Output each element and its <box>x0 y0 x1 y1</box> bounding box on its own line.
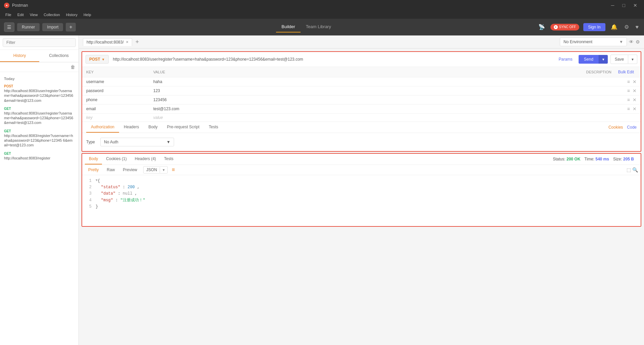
row-delete-button[interactable]: ✕ <box>633 88 637 93</box>
time-value: 540 ms <box>595 157 609 161</box>
titlebar-left: ● Postman <box>4 3 28 8</box>
placeholder-value: value <box>153 115 637 120</box>
add-tab-button[interactable]: + <box>133 39 141 46</box>
sidebar-tab-history[interactable]: History <box>0 50 39 62</box>
tab-headers[interactable]: Headers <box>119 122 144 133</box>
save-button[interactable]: Save <box>610 55 628 64</box>
close-button[interactable]: ✕ <box>631 2 640 9</box>
code-link[interactable]: Code <box>627 125 637 130</box>
search-response-button[interactable]: 🔍 <box>632 167 638 172</box>
trash-button[interactable]: 🗑 <box>70 64 76 70</box>
wrap-button[interactable]: ≡ <box>170 166 176 174</box>
response-actions: ⬚ 🔍 <box>627 167 638 172</box>
format-preview-button[interactable]: Preview <box>119 166 141 174</box>
list-item[interactable]: GET http://localhost:8083/register <box>0 149 78 162</box>
app-title: Postman <box>12 3 28 8</box>
code-indent: "msg" : "注册成功！" <box>101 197 145 204</box>
resp-tab-cookies[interactable]: Cookies (1) <box>102 154 130 164</box>
resp-tab-tests[interactable]: Tests <box>160 154 177 164</box>
active-tab[interactable]: http://localhost:8083/ ✕ <box>83 38 132 46</box>
param-row: email test@123.com ≡ ✕ <box>82 105 641 114</box>
save-dropdown-button[interactable]: ▼ <box>628 55 637 64</box>
minimize-button[interactable]: ─ <box>608 2 617 9</box>
request-url-row: POST ▼ Params Send ▼ Save ▼ <box>82 52 641 67</box>
sidebar-toggle-button[interactable]: ☰ <box>4 22 14 32</box>
history-url: http://localhost:8083/register <box>4 156 74 160</box>
settings-button[interactable]: ⚙ <box>623 22 630 31</box>
param-key: email <box>86 107 153 111</box>
maximize-button[interactable]: □ <box>620 2 628 9</box>
row-menu-button[interactable]: ≡ <box>627 79 630 84</box>
resp-tab-headers[interactable]: Headers (4) <box>131 154 160 164</box>
heart-button[interactable]: ♥ <box>634 23 640 31</box>
code-line-1: 1 ▼ { <box>86 178 637 184</box>
sidebar-tabs: History Collections <box>0 50 78 62</box>
method-selector[interactable]: POST ▼ <box>86 55 109 64</box>
menu-history[interactable]: History <box>63 12 80 17</box>
menu-view[interactable]: View <box>27 12 41 17</box>
resp-tab-body[interactable]: Body <box>85 154 102 164</box>
send-button-group: Send ▼ <box>579 55 608 64</box>
send-dropdown-button[interactable]: ▼ <box>599 55 608 64</box>
new-tab-button[interactable]: + <box>66 23 75 31</box>
auth-type-select[interactable]: No Auth ▼ <box>100 138 174 146</box>
row-menu-button[interactable]: ≡ <box>627 88 630 93</box>
wifi-icon-button[interactable]: 📡 <box>537 22 546 31</box>
sidebar: History Collections 🗑 Today POST http://… <box>0 36 79 345</box>
method-dropdown-icon: ▼ <box>102 58 105 61</box>
eye-icon-button[interactable]: 👁 <box>629 39 634 45</box>
row-menu-button[interactable]: ≡ <box>627 97 630 102</box>
param-value: haha <box>153 79 627 84</box>
team-library-tab[interactable]: Team Library <box>301 21 336 32</box>
menu-collection[interactable]: Collection <box>41 12 62 17</box>
builder-tab[interactable]: Builder <box>276 21 300 32</box>
cookies-link[interactable]: Cookies <box>608 125 623 130</box>
runner-button[interactable]: Runner <box>17 23 40 31</box>
environment-dropdown[interactable]: No Environment ▼ <box>560 38 627 46</box>
close-tab-button[interactable]: ✕ <box>126 40 128 44</box>
response-subheader: Pretty Raw Preview JSON ▼ ≡ ⬚ 🔍 <box>82 165 641 175</box>
send-button[interactable]: Send <box>579 55 599 64</box>
list-item[interactable]: GET http://localhost:8083/register?usern… <box>0 127 78 149</box>
env-label: No Environment <box>564 40 592 44</box>
list-item[interactable]: POST http://localhost:8083/user/register… <box>0 82 78 105</box>
bulk-edit-button[interactable]: Bulk Edit <box>615 68 637 76</box>
import-button[interactable]: Import <box>42 23 63 31</box>
list-item[interactable]: GET http://localhost:8083/user/register?… <box>0 105 78 127</box>
menu-edit[interactable]: Edit <box>15 12 26 17</box>
json-format-select[interactable]: JSON ▼ <box>143 166 168 174</box>
url-bar: http://localhost:8083/ ✕ + No Environmen… <box>79 36 644 49</box>
notification-button[interactable]: 🔔 <box>609 22 619 31</box>
param-placeholder-row: key value <box>82 114 641 122</box>
auth-type-label: Type <box>86 140 95 144</box>
sync-button[interactable]: ● SYNC OFF <box>550 24 580 30</box>
row-delete-button[interactable]: ✕ <box>633 97 637 102</box>
row-delete-button[interactable]: ✕ <box>633 106 637 112</box>
param-row: username haha ≡ ✕ <box>82 77 641 86</box>
tab-body[interactable]: Body <box>144 122 162 133</box>
json-value: 200 <box>127 185 135 190</box>
row-actions: ≡ ✕ <box>627 79 637 84</box>
tab-authorization[interactable]: Authorization <box>86 122 119 133</box>
line-num: 2 <box>86 184 92 191</box>
status-label: Status: 200 OK <box>553 157 580 161</box>
row-menu-button[interactable]: ≡ <box>627 106 630 112</box>
auth-dropdown-icon: ▼ <box>166 140 170 144</box>
format-raw-button[interactable]: Raw <box>103 166 118 174</box>
tab-tests[interactable]: Tests <box>204 122 223 133</box>
status-value: 200 OK <box>567 157 580 161</box>
code-indent: "data" : null , <box>101 191 137 197</box>
sign-in-button[interactable]: Sign In <box>583 23 605 31</box>
url-input[interactable] <box>111 55 553 63</box>
tab-pre-request-script[interactable]: Pre-request Script <box>162 122 204 133</box>
menu-file[interactable]: File <box>3 12 14 17</box>
row-delete-button[interactable]: ✕ <box>633 79 637 84</box>
params-button[interactable]: Params <box>555 55 576 63</box>
search-input[interactable] <box>3 38 76 47</box>
gear-icon-button[interactable]: ⚙ <box>636 39 640 45</box>
history-url: http://localhost:8083/user/register?user… <box>4 88 74 103</box>
sidebar-tab-collections[interactable]: Collections <box>39 50 78 62</box>
menu-help[interactable]: Help <box>81 12 94 17</box>
copy-button[interactable]: ⬚ <box>627 167 631 172</box>
format-pretty-button[interactable]: Pretty <box>85 166 102 174</box>
